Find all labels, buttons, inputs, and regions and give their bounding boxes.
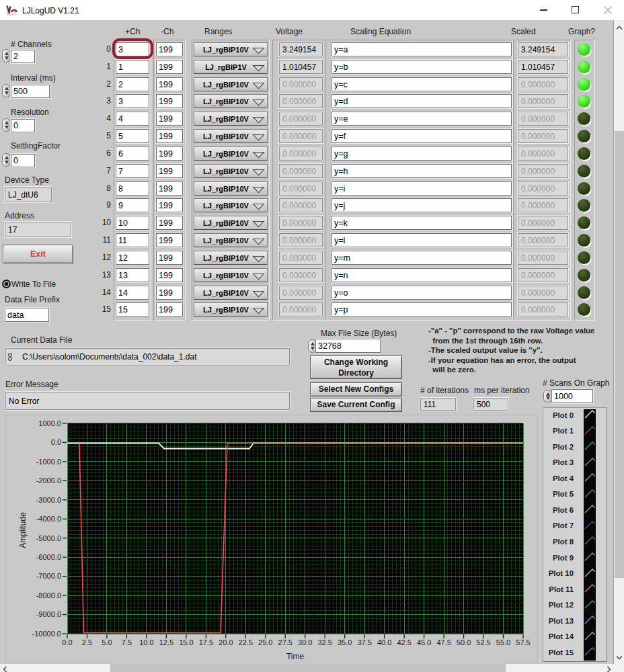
svg-text:47.5: 47.5 bbox=[436, 638, 451, 646]
svg-text:5.0: 5.0 bbox=[102, 638, 112, 646]
svg-text:52.5: 52.5 bbox=[476, 638, 490, 646]
svg-text:20.0: 20.0 bbox=[219, 638, 233, 646]
svg-text:22.5: 22.5 bbox=[239, 638, 253, 646]
svg-text:0.0: 0.0 bbox=[62, 638, 72, 646]
svg-text:2.5: 2.5 bbox=[82, 638, 92, 646]
svg-text:27.5: 27.5 bbox=[278, 638, 292, 646]
svg-text:-4000.0: -4000.0 bbox=[36, 515, 61, 523]
svg-text:-1000.0: -1000.0 bbox=[36, 458, 61, 466]
svg-text:50.0: 50.0 bbox=[457, 638, 471, 646]
svg-text:-3000.0: -3000.0 bbox=[36, 496, 61, 504]
svg-text:Time: Time bbox=[286, 652, 305, 661]
svg-text:45.0: 45.0 bbox=[417, 638, 431, 646]
svg-text:37.5: 37.5 bbox=[357, 638, 371, 646]
svg-text:-9000.0: -9000.0 bbox=[36, 610, 61, 618]
svg-text:Amplitude: Amplitude bbox=[18, 512, 28, 548]
svg-text:40.0: 40.0 bbox=[377, 638, 391, 646]
svg-text:-7000.0: -7000.0 bbox=[36, 572, 61, 580]
svg-text:57.5: 57.5 bbox=[516, 638, 530, 646]
svg-text:10.0: 10.0 bbox=[139, 638, 153, 646]
svg-text:32.5: 32.5 bbox=[318, 638, 332, 646]
svg-text:-6000.0: -6000.0 bbox=[36, 553, 61, 561]
svg-text:1000.0: 1000.0 bbox=[38, 419, 61, 427]
svg-text:30.0: 30.0 bbox=[298, 638, 312, 646]
svg-text:7.5: 7.5 bbox=[122, 638, 132, 646]
svg-text:0.0: 0.0 bbox=[51, 438, 61, 446]
svg-text:15.0: 15.0 bbox=[179, 638, 193, 646]
svg-text:55.0: 55.0 bbox=[496, 638, 510, 646]
svg-text:-2000.0: -2000.0 bbox=[36, 476, 61, 485]
svg-text:42.5: 42.5 bbox=[397, 638, 411, 646]
svg-text:25.0: 25.0 bbox=[258, 638, 272, 646]
svg-text:-10000.0: -10000.0 bbox=[32, 630, 61, 638]
svg-text:-5000.0: -5000.0 bbox=[36, 534, 61, 542]
svg-text:-8000.0: -8000.0 bbox=[36, 591, 61, 599]
svg-text:17.5: 17.5 bbox=[199, 638, 213, 646]
svg-text:35.0: 35.0 bbox=[338, 638, 352, 646]
svg-text:12.5: 12.5 bbox=[159, 638, 173, 646]
